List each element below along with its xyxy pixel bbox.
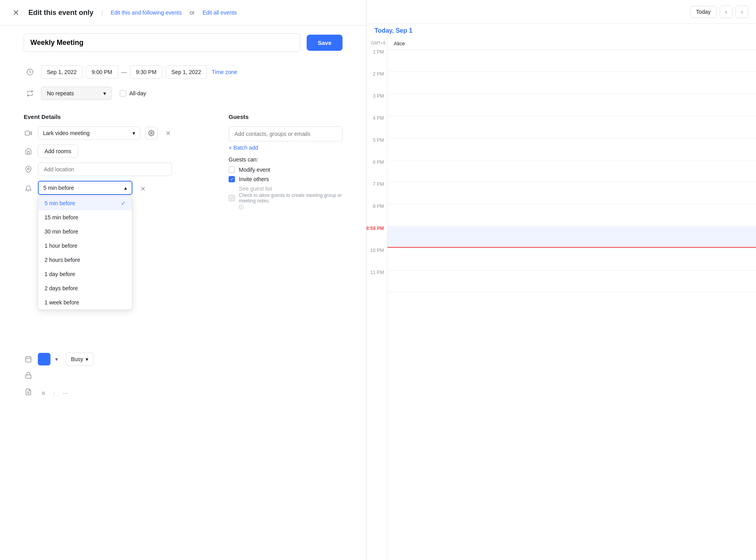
color-status-row: ▾ Busy ▾ xyxy=(24,352,213,366)
timezone-link[interactable]: Time zone xyxy=(212,69,237,75)
chevron-down-color: ▾ xyxy=(55,356,58,362)
start-time-button[interactable]: 9:00 PM xyxy=(86,65,118,79)
header-divider: | xyxy=(101,9,103,16)
notes-divider: | xyxy=(54,390,55,397)
event-details-col: Event Details Lark video meeting ▾ ✕ xyxy=(24,113,213,404)
calendar-grid: Alice xyxy=(387,37,756,560)
invite-others-row: Invite others xyxy=(229,176,343,182)
add-rooms-row: Add rooms xyxy=(24,145,213,158)
today-button[interactable]: Today xyxy=(690,6,717,18)
notes-icon xyxy=(24,387,33,397)
close-icon: ✕ xyxy=(13,8,19,17)
time-label: 10 PM xyxy=(367,247,387,269)
reminder-option-0[interactable]: 5 min before ✓ xyxy=(38,196,132,210)
time-label: 1 PM xyxy=(367,48,387,70)
reminder-option-6[interactable]: 2 days before xyxy=(38,281,132,295)
modify-event-checkbox[interactable] xyxy=(229,167,235,173)
lock-row xyxy=(24,371,213,380)
reminder-option-2[interactable]: 30 min before xyxy=(38,224,132,239)
reminder-option-5[interactable]: 1 day before xyxy=(38,267,132,281)
reminder-option-3[interactable]: 1 hour before xyxy=(38,239,132,253)
invite-others-checkbox[interactable] xyxy=(229,176,235,182)
save-button[interactable]: Save xyxy=(307,35,343,51)
add-rooms-button[interactable]: Add rooms xyxy=(38,145,78,158)
option-label-5: 1 day before xyxy=(45,271,75,277)
current-time-line xyxy=(387,247,756,248)
check-icon-0: ✓ xyxy=(121,200,126,206)
calendar-row xyxy=(387,248,756,271)
notes-list-button[interactable]: ≡ xyxy=(38,388,49,399)
repeat-row: No repeats ▾ All-day xyxy=(24,83,343,104)
calendar-date-title: Today, Sep 1 xyxy=(367,24,756,37)
meeting-type-row: Lark video meeting ▾ ✕ xyxy=(24,126,213,140)
info-icon[interactable]: ⓘ xyxy=(239,204,244,210)
end-date-button[interactable]: Sep 1, 2022 xyxy=(166,65,207,79)
allday-checkbox[interactable] xyxy=(120,90,126,96)
calendar-row xyxy=(387,72,756,94)
notes-more-button[interactable]: ··· xyxy=(60,388,71,399)
edit-following-link[interactable]: Edit this and following events xyxy=(111,9,182,16)
edit-all-link[interactable]: Edit all events xyxy=(203,9,237,16)
reminder-wrapper: 5 min before ▴ 5 min before ✓ 15 min bef… xyxy=(38,181,132,195)
color-picker-button[interactable] xyxy=(38,353,50,365)
bell-icon xyxy=(24,184,33,193)
option-label-3: 1 hour before xyxy=(45,243,77,249)
next-button[interactable]: › xyxy=(736,6,748,18)
see-guest-list-sublabel: Check to allow guests to create meeting … xyxy=(239,193,343,204)
two-col-section: Event Details Lark video meeting ▾ ✕ xyxy=(0,107,366,410)
date-time-row: Sep 1, 2022 9:00 PM — 9:30 PM Sep 1, 202… xyxy=(41,65,237,79)
svg-rect-5 xyxy=(26,357,31,362)
left-panel: ✕ Edit this event only | Edit this and f… xyxy=(0,0,367,560)
time-label: 5 PM xyxy=(367,137,387,159)
calendar-row xyxy=(387,138,756,160)
timezone-column: GMT+8 1 PM2 PM3 PM4 PM5 PM6 PM7 PM8 PM8:… xyxy=(367,37,387,560)
calendar-user-header: Alice xyxy=(387,37,756,50)
chevron-right-icon: › xyxy=(741,9,743,15)
reminder-option-1[interactable]: 15 min before xyxy=(38,210,132,224)
meeting-settings-button[interactable] xyxy=(145,127,158,139)
calendar-row xyxy=(387,160,756,182)
see-guest-list-checkbox[interactable] xyxy=(229,195,235,201)
remove-meeting-button[interactable]: ✕ xyxy=(162,128,173,139)
chevron-down-icon: ▾ xyxy=(103,90,106,96)
remove-reminder-button[interactable]: ✕ xyxy=(137,183,148,194)
option-label-2: 30 min before xyxy=(45,228,78,235)
svg-rect-9 xyxy=(26,375,31,378)
calendar-row xyxy=(387,271,756,293)
time-slots-tz: 1 PM2 PM3 PM4 PM5 PM6 PM7 PM8 PM8:59 PM1… xyxy=(367,48,387,291)
start-date-button[interactable]: Sep 1, 2022 xyxy=(41,65,83,79)
repeat-dropdown[interactable]: No repeats ▾ xyxy=(41,87,112,100)
location-input[interactable] xyxy=(38,163,172,176)
location-icon xyxy=(24,165,33,174)
status-dropdown[interactable]: Busy ▾ xyxy=(66,352,93,366)
reminder-dropdown[interactable]: 5 min before ▴ xyxy=(38,181,132,195)
prev-button[interactable]: ‹ xyxy=(720,6,732,18)
calendar-color-icon xyxy=(24,354,33,364)
meeting-type-dropdown[interactable]: Lark video meeting ▾ xyxy=(38,126,140,140)
end-time-button[interactable]: 9:30 PM xyxy=(130,65,162,79)
calendar-row xyxy=(387,182,756,204)
see-guest-list-content: See guest list Check to allow guests to … xyxy=(239,185,343,211)
clock-icon xyxy=(24,66,36,78)
video-icon xyxy=(24,128,33,138)
reminder-option-4[interactable]: 2 hours before xyxy=(38,253,132,267)
option-label-7: 1 week before xyxy=(45,299,79,306)
batch-add-link[interactable]: + Batch add xyxy=(229,145,258,151)
repeat-value: No repeats xyxy=(47,90,74,96)
option-label-6: 2 days before xyxy=(45,285,78,291)
calendar-row xyxy=(387,204,756,226)
time-label: 4 PM xyxy=(367,115,387,137)
event-title-input[interactable] xyxy=(24,33,300,52)
guests-input[interactable] xyxy=(229,126,343,141)
notes-row: ≡ | ··· xyxy=(24,385,213,399)
reminder-option-7[interactable]: 1 week before xyxy=(38,295,132,310)
close-button[interactable]: ✕ xyxy=(9,6,22,19)
guests-col: Guests + Batch add Guests can: Modify ev… xyxy=(229,113,343,404)
option-label-1: 15 min before xyxy=(45,214,78,221)
chevron-left-icon: ‹ xyxy=(725,9,727,15)
time-dash: — xyxy=(121,69,127,75)
option-label-4: 2 hours before xyxy=(45,257,80,263)
room-icon xyxy=(24,146,33,156)
time-label: 8 PM xyxy=(367,203,387,225)
invite-others-label: Invite others xyxy=(239,176,269,182)
